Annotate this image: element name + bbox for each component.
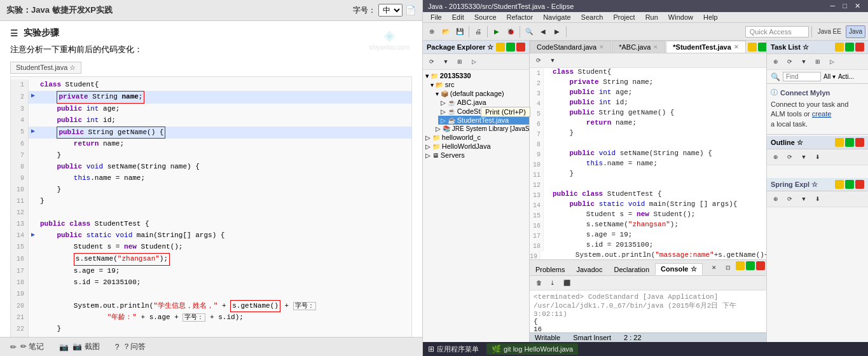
pkg-close-btn[interactable] — [516, 43, 525, 51]
tab-abc[interactable]: *ABC.java ✕ — [612, 41, 665, 53]
question-button[interactable]: ? ？问答 — [115, 341, 146, 352]
console-scroll[interactable]: ⤓ — [546, 277, 559, 289]
hamburger-icon[interactable]: ☰ — [10, 28, 18, 38]
pkg-tb4[interactable]: ▷ — [467, 55, 480, 68]
task-filter-all[interactable]: All ▾ — [823, 73, 836, 80]
pkg-tb2[interactable]: ▼ — [439, 55, 452, 68]
outline-tb2[interactable]: ⟳ — [783, 151, 796, 163]
tb-open-btn[interactable]: 📂 — [439, 25, 452, 38]
spring-minimize-btn[interactable] — [835, 180, 844, 189]
spring-tb1[interactable]: ⊕ — [769, 193, 782, 205]
tree-item-default-pkg[interactable]: ▾ 📦 (default package) — [433, 89, 529, 98]
tb-back-btn[interactable]: ◀ — [537, 25, 549, 38]
tab-abc-close[interactable]: ✕ — [653, 44, 658, 50]
task-tb1[interactable]: ⊕ — [769, 55, 782, 68]
menu-edit[interactable]: Edit — [447, 12, 469, 22]
menu-file[interactable]: File — [425, 12, 447, 22]
tab-studenttest-close[interactable]: ✕ — [734, 44, 739, 50]
tab-codestandard[interactable]: CodeStandard.java ✕ — [530, 41, 611, 53]
tb-print-btn[interactable]: 🖨 — [472, 25, 485, 38]
taskbar-git-log[interactable]: 🌿 git log HelloWorld.java — [486, 343, 578, 355]
tasklist-minimize-btn[interactable] — [835, 43, 844, 51]
menu-navigate[interactable]: Navigate — [538, 12, 575, 22]
perspective-javaee[interactable]: Java EE — [815, 25, 844, 38]
taskbar-app-menu[interactable]: ⊞ 应用程序菜单 — [428, 345, 479, 354]
screenshot-button[interactable]: 📷 📷 截图 — [59, 341, 99, 352]
note-button[interactable]: ✏ ✏ 笔记 — [10, 341, 44, 352]
tree-item-jre[interactable]: ▷ 📚 JRE System Library [JavaSE-1.7] — [433, 125, 529, 133]
menu-help[interactable]: Help — [698, 12, 723, 22]
tb-new-btn[interactable]: ⊕ — [425, 25, 438, 38]
abc-label: ABC.java — [457, 99, 486, 106]
console-tb2[interactable]: ⊡ — [722, 261, 734, 274]
create-link[interactable]: create — [812, 110, 832, 118]
menu-refactor[interactable]: Refactor — [502, 12, 539, 22]
outline-close-btn[interactable] — [855, 138, 864, 147]
console-stop[interactable]: ⬛ — [560, 277, 573, 289]
tree-item-project[interactable]: ▾ 📁 20135330 — [423, 71, 529, 80]
task-tb2[interactable]: ⟳ — [783, 55, 796, 68]
menu-source[interactable]: Source — [469, 12, 502, 22]
pkg-tb3[interactable]: ⊞ — [453, 55, 466, 68]
console-close-btn[interactable] — [756, 261, 765, 270]
tree-item-helloworldjava[interactable]: ▷ 📁 HelloWorldJava — [423, 142, 529, 151]
tab-javadoc[interactable]: Javadoc — [570, 264, 608, 275]
tab-codestandard-close[interactable]: ✕ — [599, 44, 604, 50]
console-clear[interactable]: 🗑 — [532, 277, 545, 289]
tab-studenttest[interactable]: *StudentTest.java ✕ — [666, 41, 746, 53]
editor-maximize-btn[interactable] — [758, 43, 766, 51]
editor-tb1[interactable]: ⟳ — [532, 54, 545, 67]
tb-fwd-btn[interactable]: ▶ — [551, 25, 563, 38]
menu-run[interactable]: Run — [640, 12, 663, 22]
tb-save-btn[interactable]: 💾 — [453, 25, 466, 38]
task-tb5[interactable]: ▷ — [825, 55, 838, 68]
task-tb4[interactable]: ⊞ — [811, 55, 824, 68]
tree-item-abc[interactable]: ▷ ☕ ABC.java — [438, 98, 529, 107]
menu-project[interactable]: Project — [608, 12, 640, 22]
menu-window[interactable]: Window — [663, 12, 698, 22]
tb-debug-btn[interactable]: 🐞 — [504, 25, 517, 38]
outline-tb1[interactable]: ⊕ — [769, 151, 782, 163]
outline-minimize-btn[interactable] — [835, 138, 844, 147]
spring-tb2[interactable]: ⟳ — [783, 193, 796, 205]
maximize-button[interactable]: □ — [840, 2, 850, 10]
tb-search-btn[interactable]: 🔍 — [523, 25, 535, 38]
quick-access-field[interactable]: Quick Access — [745, 26, 809, 38]
console-maximize-btn[interactable] — [746, 261, 755, 270]
tree-item-src[interactable]: ▾ 📂 src — [428, 80, 529, 89]
close-button[interactable]: ✕ — [852, 2, 863, 10]
e-line: 14 public static void main(String [] arg… — [530, 200, 766, 210]
minimize-button[interactable]: ─ — [828, 2, 838, 10]
tree-item-servers[interactable]: ▷ 🖥 Servers — [423, 151, 529, 160]
font-size-select[interactable]: 大 中 小 — [378, 4, 403, 17]
tasklist-maximize-btn[interactable] — [845, 43, 854, 51]
pkg-minimize-btn[interactable] — [496, 43, 505, 51]
spring-tb3[interactable]: ▼ — [797, 193, 810, 205]
tab-declaration[interactable]: Declaration — [608, 264, 655, 275]
tb-run-btn[interactable]: ▶ — [490, 25, 503, 38]
spring-tb4[interactable]: ⬇ — [811, 193, 824, 205]
tree-item-helloworld[interactable]: ▷ 📁 helloworld_c — [423, 133, 529, 142]
task-filter-acti[interactable]: Acti... — [838, 73, 854, 80]
doc-icon[interactable]: 📄 — [405, 5, 416, 15]
outline-tb3[interactable]: ▼ — [797, 151, 810, 163]
tab-console[interactable]: Console ☆ — [655, 263, 702, 275]
outline-maximize-btn[interactable] — [845, 138, 854, 147]
menu-search[interactable]: Search — [576, 12, 609, 22]
task-tb3[interactable]: ▼ — [797, 55, 810, 68]
console-minimize-btn[interactable] — [736, 261, 745, 270]
tree-item-studenttest[interactable]: ▷ ☕ StudentTest.java — [438, 116, 529, 125]
editor-tb2[interactable]: ▼ — [546, 54, 559, 67]
tab-problems[interactable]: Problems — [530, 264, 570, 275]
spring-maximize-btn[interactable] — [845, 180, 854, 189]
task-find-input[interactable] — [783, 72, 821, 81]
console-tb1[interactable]: ✕ — [708, 261, 720, 274]
perspective-java[interactable]: Java — [846, 25, 865, 38]
tasklist-close-btn[interactable] — [855, 43, 864, 51]
editor-minimize-btn[interactable] — [748, 43, 757, 51]
spring-close-btn[interactable] — [855, 180, 864, 189]
code-editor[interactable]: 1class Student{ 2 private String name; 3… — [530, 68, 766, 259]
pkg-maximize-btn[interactable] — [506, 43, 515, 51]
outline-tb4[interactable]: ⬇ — [811, 151, 824, 163]
pkg-tb1[interactable]: ⟳ — [425, 55, 438, 68]
